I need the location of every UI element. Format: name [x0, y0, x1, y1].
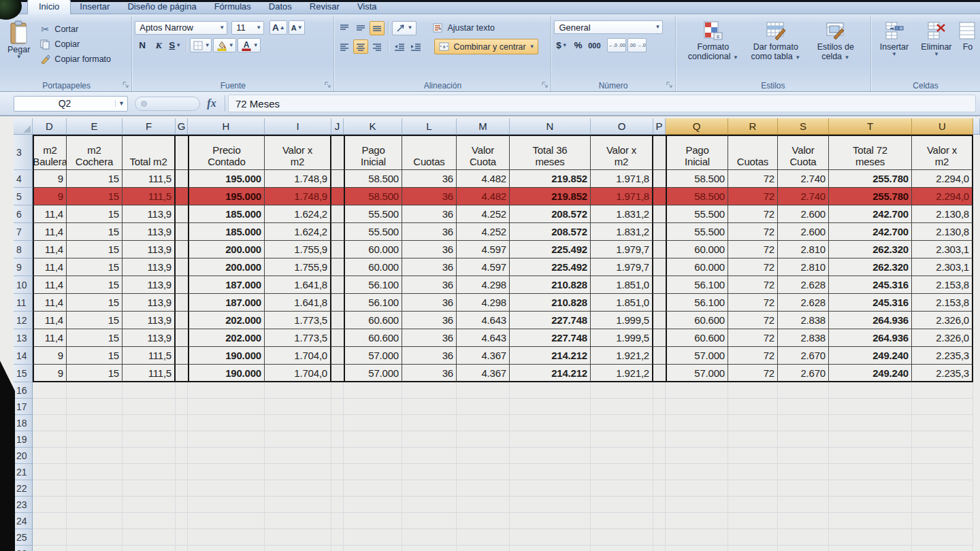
- bold-button[interactable]: N: [135, 38, 150, 52]
- align-left-button[interactable]: [337, 39, 352, 54]
- cell-M12[interactable]: 4.643: [457, 312, 510, 329]
- cell-E24[interactable]: [67, 513, 122, 529]
- cell-Q4[interactable]: 58.500: [666, 170, 728, 188]
- cell-D8[interactable]: 11,4: [33, 241, 67, 258]
- spacer-cell[interactable]: [176, 294, 188, 312]
- row-header-16[interactable]: 16: [14, 382, 33, 399]
- row-header-6[interactable]: 6: [14, 205, 33, 223]
- align-top-button[interactable]: [337, 21, 352, 35]
- cell-D24[interactable]: [33, 513, 67, 529]
- cell-E25[interactable]: [67, 529, 122, 546]
- insert-function-button[interactable]: fx: [200, 97, 223, 110]
- row-header-18[interactable]: 18: [14, 415, 33, 431]
- cell-D9[interactable]: 11,4: [33, 258, 67, 276]
- spacer-cell[interactable]: [653, 170, 666, 188]
- cell-S4[interactable]: 2.740: [778, 170, 829, 188]
- cell-I7[interactable]: 1.624,2: [265, 223, 331, 241]
- cell-O14[interactable]: 1.921,2: [591, 347, 653, 365]
- paste-button[interactable]: Pegar ▼: [4, 18, 33, 80]
- cell-G19[interactable]: [176, 431, 188, 448]
- cell-U9[interactable]: 2.303,1: [912, 258, 973, 276]
- spacer-cell[interactable]: [653, 223, 666, 241]
- cell-T22[interactable]: [829, 480, 912, 497]
- cell-S14[interactable]: 2.670: [778, 347, 829, 365]
- cell-O17[interactable]: [591, 399, 653, 415]
- cell-G23[interactable]: [176, 497, 188, 513]
- cell-L15[interactable]: 36: [402, 365, 457, 382]
- spacer-cell[interactable]: [331, 365, 344, 382]
- cell-K18[interactable]: [344, 415, 402, 431]
- column-header-P[interactable]: P: [653, 118, 666, 135]
- cell-K17[interactable]: [344, 399, 402, 415]
- cell-Q22[interactable]: [666, 480, 728, 497]
- cell-F15[interactable]: 111,5: [122, 365, 176, 382]
- cell-J23[interactable]: [331, 497, 344, 513]
- spacer-cell[interactable]: [176, 347, 188, 365]
- spacer-cell[interactable]: [331, 294, 344, 312]
- cell-H9[interactable]: 200.000: [188, 258, 265, 276]
- cell-S10[interactable]: 2.628: [778, 276, 829, 294]
- cell-T24[interactable]: [829, 513, 912, 529]
- cell-I22[interactable]: [265, 480, 331, 497]
- cell-I13[interactable]: 1.773,5: [265, 329, 331, 347]
- cell-E19[interactable]: [67, 431, 122, 448]
- cell-H13[interactable]: 202.000: [188, 329, 265, 347]
- conditional-formatting-button[interactable]: s Formato condicional ▼: [684, 18, 742, 80]
- cell-L25[interactable]: [402, 529, 457, 546]
- number-dialog-launcher[interactable]: [666, 82, 673, 88]
- cell-R15[interactable]: 72: [728, 365, 778, 382]
- cell-H4[interactable]: 195.000: [188, 170, 265, 188]
- cell-T15[interactable]: 249.240: [829, 365, 912, 382]
- cell-I24[interactable]: [265, 513, 331, 529]
- cell-R14[interactable]: 72: [728, 347, 778, 365]
- cell-U25[interactable]: [912, 529, 973, 546]
- cell-K19[interactable]: [344, 431, 402, 448]
- cell-G18[interactable]: [176, 415, 188, 431]
- cell-H21[interactable]: [188, 464, 265, 480]
- cell-I9[interactable]: 1.755,9: [265, 258, 331, 276]
- cell-E21[interactable]: [67, 464, 122, 480]
- cell-L26[interactable]: [402, 546, 457, 551]
- cell-L7[interactable]: 36: [402, 223, 457, 241]
- cell-I11[interactable]: 1.641,8: [265, 294, 331, 312]
- row-header-9[interactable]: 9: [14, 258, 33, 276]
- cell-T19[interactable]: [829, 431, 912, 448]
- cell-J24[interactable]: [331, 513, 344, 529]
- cell-O4[interactable]: 1.971,8: [591, 170, 653, 188]
- cell-F13[interactable]: 113,9: [122, 329, 176, 347]
- cell-F4[interactable]: 111,5: [122, 170, 176, 188]
- spacer-cell[interactable]: [331, 241, 344, 258]
- cell-G22[interactable]: [176, 480, 188, 497]
- cell-M9[interactable]: 4.597: [457, 258, 510, 276]
- spacer-cell[interactable]: [331, 205, 344, 223]
- cell-Q23[interactable]: [666, 497, 728, 513]
- cell-N17[interactable]: [510, 399, 591, 415]
- table-header-cell[interactable]: Cuotas: [728, 135, 778, 170]
- cell-G21[interactable]: [176, 464, 188, 480]
- cell-S19[interactable]: [778, 431, 829, 448]
- cell-R7[interactable]: 72: [728, 223, 778, 241]
- cell-R26[interactable]: [728, 546, 778, 551]
- cell-P25[interactable]: [653, 529, 666, 546]
- cell-I25[interactable]: [265, 529, 331, 546]
- font-color-button[interactable]: A ▼: [238, 38, 261, 52]
- underline-button[interactable]: S▼: [167, 38, 182, 52]
- cell-U16[interactable]: [912, 382, 973, 399]
- table-header-cell[interactable]: PagoInicial: [344, 135, 402, 170]
- row-header-13[interactable]: 13: [14, 329, 33, 347]
- cell-S5[interactable]: 2.740: [778, 188, 829, 205]
- cell-S13[interactable]: 2.838: [778, 329, 829, 347]
- cell-F8[interactable]: 113,9: [122, 241, 176, 258]
- tab-revisar[interactable]: Revisar: [301, 0, 348, 14]
- cell-L11[interactable]: 36: [402, 294, 457, 312]
- align-center-button[interactable]: [353, 39, 368, 54]
- cell-E14[interactable]: 15: [67, 347, 122, 365]
- number-format-combo[interactable]: General ▼: [554, 20, 663, 34]
- cell-F9[interactable]: 113,9: [122, 258, 176, 276]
- cell-D18[interactable]: [33, 415, 67, 431]
- cell-F20[interactable]: [122, 448, 176, 464]
- cell-T8[interactable]: 262.320: [829, 241, 912, 258]
- table-header-cell[interactable]: Total 72meses: [829, 135, 912, 170]
- cell-H12[interactable]: 202.000: [188, 312, 265, 329]
- cell-D12[interactable]: 11,4: [33, 312, 67, 329]
